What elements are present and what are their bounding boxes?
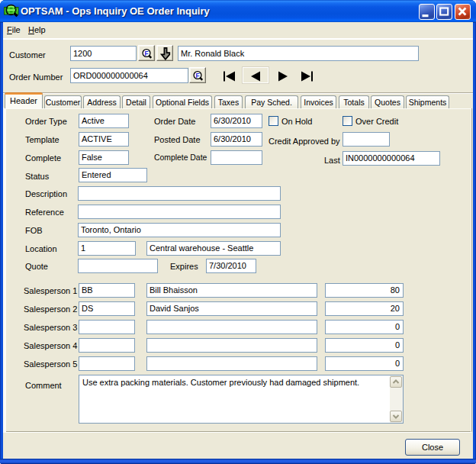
svg-text:F: F xyxy=(195,72,199,79)
svg-text:F: F xyxy=(144,50,148,57)
